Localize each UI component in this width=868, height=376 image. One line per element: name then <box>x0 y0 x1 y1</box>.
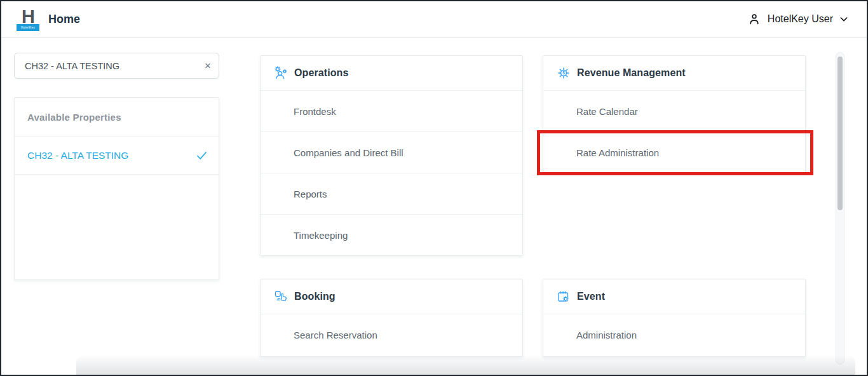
menu-item-timekeeping[interactable]: Timekeeping <box>261 214 522 255</box>
hotelkey-logo[interactable]: H HotelKey <box>15 8 41 31</box>
user-name: HotelKey User <box>768 13 833 25</box>
revenue-gear-dollar-icon: $ <box>556 65 571 81</box>
card-title: Revenue Management <box>577 67 686 79</box>
property-search: × <box>14 53 219 79</box>
logo-brand-label: HotelKey <box>17 24 39 31</box>
card-booking-header: Booking <box>261 279 522 314</box>
card-operations-header: Operations <box>261 56 522 90</box>
clear-search-icon[interactable]: × <box>197 60 219 72</box>
top-bar: H HotelKey Home HotelKey User <box>1 1 867 37</box>
menu-item-label: Rate Calendar <box>576 106 638 117</box>
menu-item-rate-administration[interactable]: Rate Administration <box>543 131 805 173</box>
property-search-input[interactable] <box>15 61 197 71</box>
menu-item-frontdesk[interactable]: Frontdesk <box>261 90 522 131</box>
scrollbar-track <box>836 52 844 365</box>
card-revenue-management: $ Revenue Management Rate Calendar Rate … <box>543 55 806 173</box>
menu-item-label: Timekeeping <box>294 230 348 241</box>
card-title: Event <box>577 291 605 302</box>
operations-icon <box>273 65 288 81</box>
chevron-down-icon <box>839 14 849 24</box>
svg-text:$: $ <box>562 70 565 76</box>
hotelkey-home-screen: H HotelKey Home HotelKey User × Availab <box>0 0 868 376</box>
event-calendar-gear-icon <box>556 289 571 304</box>
check-icon <box>196 151 207 160</box>
card-event: Event Administration <box>543 279 806 357</box>
property-name: CH32 - ALTA TESTING <box>27 150 196 161</box>
user-icon <box>747 11 762 27</box>
menu-item-label: Rate Administration <box>576 147 659 158</box>
menu-item-reports[interactable]: Reports <box>261 173 522 214</box>
menu-item-label: Search Reservation <box>294 330 377 340</box>
card-title: Operations <box>294 67 348 79</box>
page-title: Home <box>48 13 80 26</box>
card-title: Booking <box>294 291 336 302</box>
menu-item-companies-and-direct-bill[interactable]: Companies and Direct Bill <box>261 131 522 173</box>
menu-item-label: Administration <box>576 330 637 340</box>
menu-item-administration[interactable]: Administration <box>543 314 805 355</box>
card-operations: Operations Frontdesk Companies and Direc… <box>260 55 523 256</box>
card-event-header: Event <box>543 279 805 314</box>
menu-item-search-reservation[interactable]: Search Reservation <box>261 314 522 355</box>
property-item-ch32[interactable]: CH32 - ALTA TESTING <box>15 137 219 175</box>
available-properties-panel: Available Properties CH32 - ALTA TESTING <box>14 97 219 280</box>
bottom-content-shadow <box>76 354 855 376</box>
card-revenue-header: $ Revenue Management <box>543 56 805 90</box>
card-booking: Booking Search Reservation <box>260 279 523 357</box>
menu-item-label: Reports <box>294 189 327 199</box>
menu-item-label: Frontdesk <box>294 106 336 117</box>
menu-item-rate-calendar[interactable]: Rate Calendar <box>543 90 805 131</box>
user-menu[interactable]: HotelKey User <box>747 11 849 27</box>
menu-item-label: Companies and Direct Bill <box>294 147 403 158</box>
booking-hand-click-icon <box>273 289 288 304</box>
scrollbar-thumb[interactable] <box>837 57 843 210</box>
logo-letter: H <box>22 8 34 25</box>
available-properties-title: Available Properties <box>15 98 219 137</box>
